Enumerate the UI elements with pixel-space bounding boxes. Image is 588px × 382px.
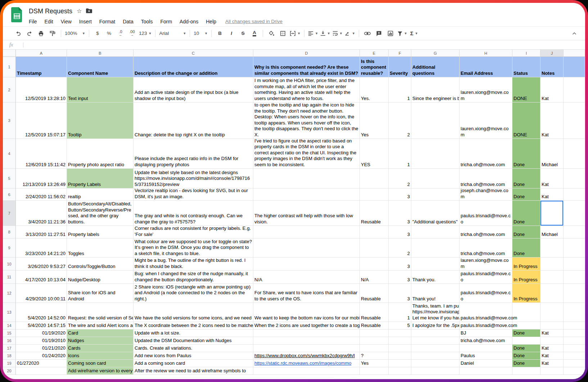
cell-G5[interactable] [411, 169, 460, 188]
cell-D12[interactable]: For Share, we want to have icons that ar… [253, 284, 360, 303]
cell-F14[interactable]: 5 [389, 322, 411, 329]
row-header-10[interactable]: 10 [3, 258, 16, 270]
cell-F6[interactable]: 3 [389, 188, 411, 201]
cell-J16[interactable] [540, 337, 564, 345]
move-to-folder-icon[interactable] [86, 8, 92, 14]
cell-C14[interactable]: The X coordinate between the 2 icons nee… [134, 322, 253, 329]
cell-J14[interactable] [540, 322, 564, 329]
cell-G18[interactable] [411, 352, 460, 360]
cell-J3[interactable]: Kat [540, 103, 564, 139]
cell-I2[interactable]: DONE [512, 77, 540, 103]
cell-C16[interactable]: Updated the DSM Documentation with Nudge… [134, 337, 253, 345]
cell-C13[interactable]: We have the solid versions for some icon… [134, 303, 253, 322]
row-header-16[interactable]: 16 [3, 337, 16, 345]
cell-F12[interactable]: 3 [389, 284, 411, 303]
cell-C17[interactable]: Cards. Create all variations. [134, 345, 253, 352]
cell-C11[interactable]: Bug: when I changed the size of the nudg… [134, 270, 253, 284]
menu-help[interactable]: Help [206, 19, 216, 24]
cell-F17[interactable] [389, 345, 411, 352]
font-size-select[interactable]: 10▼ [193, 29, 209, 38]
cell-B4[interactable]: Property photo aspect ratio [67, 139, 134, 169]
cell-D5[interactable] [253, 169, 360, 188]
cell-B11[interactable]: Nudge/Desktop [67, 270, 134, 284]
cell-B14[interactable]: The wire and solid Alert icons ar [67, 322, 134, 329]
cell-B13[interactable]: Request: the solid version of Sea [67, 303, 134, 322]
cell-A16[interactable]: 01/19/2010 [16, 337, 67, 345]
cell-G15[interactable] [411, 329, 460, 337]
row-header-3[interactable]: 3 [3, 103, 16, 139]
cell-I16[interactable] [512, 337, 540, 345]
cell-B3[interactable]: Tooltip [67, 103, 134, 139]
cell-E7[interactable]: Reusable [360, 201, 389, 226]
column-header-F[interactable]: F [389, 50, 411, 57]
row-header-5[interactable]: 5 [3, 169, 16, 188]
cell-K14[interactable] [564, 322, 585, 329]
cell-H12[interactable]: paulus.trisnadi@move.co [460, 284, 512, 303]
cell-K17[interactable] [564, 345, 585, 352]
cell-B20[interactable]: Add wireframe version to every [67, 367, 134, 375]
cell-E12[interactable]: Reusable [360, 284, 389, 303]
cell-G12[interactable]: Thank you! [411, 284, 460, 303]
cell-G1[interactable]: Additional questions [411, 57, 460, 77]
cell-K4[interactable] [564, 139, 585, 169]
decrease-decimal-button[interactable]: .0← [115, 29, 126, 38]
cell-G8[interactable] [411, 226, 460, 238]
cell-H15[interactable]: BJ [460, 329, 512, 337]
cell-K3[interactable] [564, 103, 585, 139]
text-wrapping-button[interactable]: ▼ [331, 29, 344, 38]
cell-A1[interactable]: Timestamp [16, 57, 67, 77]
cell-C8[interactable]: Corner radius are not consistent for pro… [134, 226, 253, 238]
cell-I12[interactable]: In Progress [512, 284, 540, 303]
cell-D18[interactable]: https://www.dropbox.com/s/wwmkbx2cdpgrw9… [253, 352, 360, 360]
cell-H17[interactable] [460, 345, 512, 352]
cell-D4[interactable]: I've tried to figure out the aspect rati… [253, 139, 360, 169]
cell-C1[interactable]: Description of the change or addition [134, 57, 253, 77]
row-header-17[interactable]: 17 [3, 345, 16, 352]
cell-J13[interactable] [540, 303, 564, 322]
cell-K15[interactable] [564, 329, 585, 337]
cell-E8[interactable] [360, 226, 389, 238]
cell-J2[interactable]: Kat [540, 77, 564, 103]
column-header-A[interactable]: A [16, 50, 67, 57]
row-header-7[interactable]: 7 [3, 201, 16, 226]
cell-E10[interactable] [360, 258, 389, 270]
cell-K16[interactable] [564, 337, 585, 345]
cell-K18[interactable] [564, 352, 585, 360]
column-header-I[interactable]: I [512, 50, 540, 57]
cell-E17[interactable] [360, 345, 389, 352]
cell-I5[interactable]: Done [512, 169, 540, 188]
cell-A6[interactable]: 2/24/2020 11:56:02 [16, 188, 67, 201]
cell-D3[interactable]: Native app: Users just need to tap on th… [253, 103, 360, 139]
cell-H5[interactable]: tricha.oh@move.com [460, 169, 512, 188]
format-percent-button[interactable]: % [103, 29, 115, 38]
cell-F7[interactable]: 3 [389, 201, 411, 226]
formula-bar[interactable]: fx [3, 40, 585, 50]
cell-J5[interactable]: Kat [540, 169, 564, 188]
cell-G10[interactable] [411, 258, 460, 270]
row-header-14[interactable]: 14 [3, 322, 16, 329]
cell-F13[interactable]: 1 [389, 303, 411, 322]
cell-F10[interactable]: 3 [389, 258, 411, 270]
cell-I18[interactable]: Done [512, 352, 540, 360]
italic-button[interactable]: I [226, 29, 237, 38]
cell-I9[interactable]: Done [512, 238, 540, 258]
horizontal-align-button[interactable]: ▼ [307, 29, 319, 38]
column-header-D[interactable]: D [253, 50, 360, 57]
merge-cells-button[interactable]: ▼ [289, 29, 302, 38]
cell-C7[interactable]: The gray and white is not contrasty enou… [134, 201, 253, 226]
cell-F16[interactable] [389, 337, 411, 345]
cell-I19[interactable]: Done [512, 360, 540, 367]
cell-H3[interactable]: lauren.xiong@move.com [460, 103, 512, 139]
cell-G11[interactable]: Thank you. [411, 270, 460, 284]
column-header-E[interactable]: E [360, 50, 389, 57]
column-header-C[interactable]: C [134, 50, 253, 57]
cell-J10[interactable] [540, 258, 564, 270]
cell-J4[interactable]: Michael [540, 139, 564, 169]
fill-color-button[interactable] [266, 29, 277, 38]
cell-C15[interactable]: Update with a lot size. [134, 329, 253, 337]
cell-G2[interactable]: Since the engineer is b [411, 77, 460, 103]
cell-I7[interactable]: Done [512, 201, 540, 226]
redo-button[interactable] [24, 29, 35, 38]
menu-tools[interactable]: Tools [141, 19, 153, 24]
cell-F9[interactable]: 2 [389, 238, 411, 258]
